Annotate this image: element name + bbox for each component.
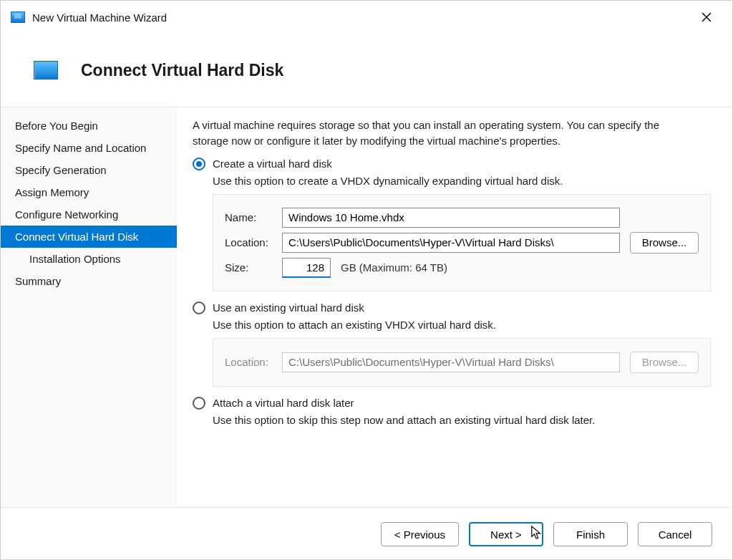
radio-existing-icon (193, 301, 205, 314)
wizard-steps-sidebar: Before You BeginSpecify Name and Locatio… (1, 107, 177, 507)
option-create-block: Create a virtual hard disk Use this opti… (193, 158, 712, 291)
existing-location-label: Location: (225, 356, 272, 368)
title-bar: New Virtual Machine Wizard (1, 1, 732, 34)
previous-button[interactable]: < Previous (381, 522, 459, 546)
app-icon (11, 11, 25, 23)
option-later-block: Attach a virtual hard disk later Use thi… (193, 397, 712, 426)
radio-existing-label: Use an existing virtual hard disk (213, 301, 364, 314)
radio-later-icon (193, 397, 205, 410)
next-button[interactable]: Next > (469, 522, 543, 546)
sidebar-step[interactable]: Connect Virtual Hard Disk (1, 226, 177, 248)
create-fields: Name: Location: Browse... Size: GB (Maxi… (213, 194, 711, 291)
wizard-header-icon (34, 61, 58, 79)
radio-later[interactable]: Attach a virtual hard disk later (193, 397, 712, 410)
close-icon (702, 12, 712, 22)
option-create-desc: Use this option to create a VHDX dynamic… (213, 175, 712, 187)
size-input[interactable] (282, 258, 331, 278)
sidebar-step[interactable]: Installation Options (1, 248, 177, 270)
finish-button[interactable]: Finish (553, 522, 628, 546)
radio-later-label: Attach a virtual hard disk later (213, 397, 354, 409)
radio-create-icon (193, 158, 205, 170)
name-input[interactable] (282, 208, 620, 228)
wizard-content: A virtual machine requires storage so th… (177, 107, 732, 507)
size-suffix: GB (Maximum: 64 TB) (341, 261, 447, 274)
sidebar-step[interactable]: Summary (1, 270, 177, 292)
sidebar-step[interactable]: Before You Begin (1, 115, 177, 137)
radio-create[interactable]: Create a virtual hard disk (193, 158, 712, 170)
name-label: Name: (225, 211, 272, 223)
existing-browse-button: Browse... (630, 352, 699, 373)
existing-fields: Location: Browse... (213, 338, 711, 387)
sidebar-step[interactable]: Configure Networking (1, 203, 177, 226)
sidebar-step[interactable]: Specify Name and Location (1, 137, 177, 159)
wizard-body: Before You BeginSpecify Name and Locatio… (1, 107, 732, 508)
sidebar-step[interactable]: Specify Generation (1, 159, 177, 181)
location-input[interactable] (282, 233, 620, 253)
option-existing-desc: Use this option to attach an existing VH… (213, 319, 712, 331)
window-close-button[interactable] (691, 6, 722, 28)
size-label: Size: (225, 261, 272, 274)
option-existing-block: Use an existing virtual hard disk Use th… (193, 301, 712, 387)
cancel-button[interactable]: Cancel (638, 522, 712, 546)
page-title: Connect Virtual Hard Disk (81, 61, 283, 80)
browse-button[interactable]: Browse... (630, 232, 699, 254)
window-title: New Virtual Machine Wizard (32, 11, 167, 24)
option-later-desc: Use this option to skip this step now an… (213, 414, 712, 426)
sidebar-step[interactable]: Assign Memory (1, 181, 177, 203)
wizard-footer: < Previous Next > Finish Cancel (1, 508, 732, 560)
wizard-header: Connect Virtual Hard Disk (1, 34, 732, 107)
intro-text: A virtual machine requires storage so th… (193, 117, 694, 149)
existing-location-input (282, 352, 620, 372)
radio-create-label: Create a virtual hard disk (213, 158, 332, 170)
radio-existing[interactable]: Use an existing virtual hard disk (193, 301, 712, 314)
location-label: Location: (225, 236, 272, 248)
